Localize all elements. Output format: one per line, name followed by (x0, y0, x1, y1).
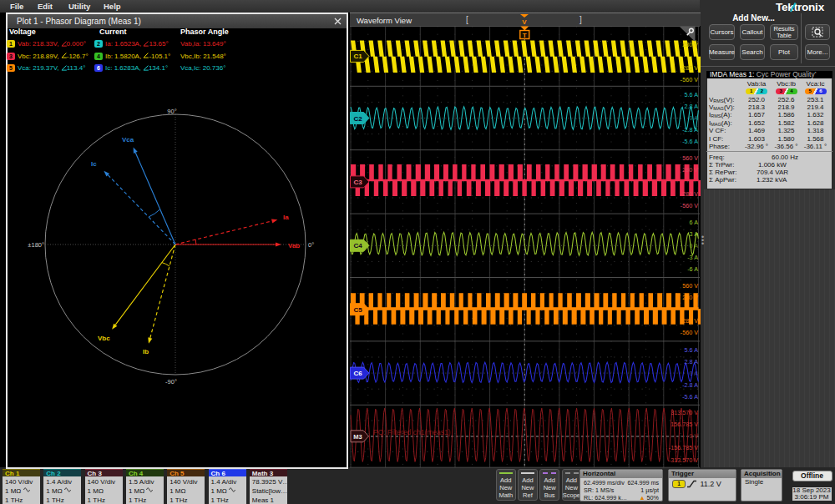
svg-text:0 V: 0 V (689, 432, 698, 440)
svg-text:560 V: 560 V (682, 282, 698, 290)
svg-text:C3: C3 (353, 179, 362, 186)
svg-text:0 A: 0 A (690, 370, 699, 377)
svg-text:PQ: Filtered ch1(meas1): PQ: Filtered ch1(meas1) (373, 428, 451, 436)
svg-text:-280 V: -280 V (681, 190, 698, 198)
svg-text:6 A: 6 A (690, 219, 699, 226)
svg-text:-5.6 A: -5.6 A (682, 138, 698, 145)
svg-text:V: V (522, 18, 527, 26)
svg-text:-280 V: -280 V (681, 317, 698, 325)
svg-text:C1: C1 (353, 53, 362, 60)
svg-text:2.8 A: 2.8 A (685, 358, 699, 365)
svg-text:C4: C4 (353, 242, 362, 249)
svg-text:M3: M3 (353, 433, 362, 441)
svg-text:-5.6 A: -5.6 A (682, 393, 698, 401)
svg-text:560 V: 560 V (682, 154, 698, 162)
svg-text:90°: 90° (167, 108, 176, 115)
svg-text:313.570 V: 313.570 V (671, 409, 698, 416)
svg-text:C6: C6 (353, 370, 362, 377)
svg-text:-156.785 V: -156.785 V (669, 444, 698, 451)
svg-text:-90°: -90° (165, 378, 177, 386)
svg-text:C2: C2 (353, 115, 362, 123)
svg-text:-2.8 A: -2.8 A (682, 126, 698, 134)
svg-text:0 A: 0 A (690, 242, 699, 249)
svg-text:Ic: Ic (91, 160, 97, 168)
svg-text:-2.8 A: -2.8 A (682, 381, 698, 389)
svg-text:T: T (523, 32, 527, 39)
svg-text:-560 V: -560 V (681, 76, 698, 83)
svg-text:-560 V: -560 V (681, 202, 698, 209)
svg-text:156.785 V: 156.785 V (671, 421, 698, 428)
svg-text:5.6 A: 5.6 A (685, 346, 699, 354)
svg-text:-3 A: -3 A (687, 254, 698, 261)
svg-text:3 A: 3 A (690, 230, 699, 238)
svg-text:Vbc: Vbc (98, 335, 110, 342)
svg-text:-280 V: -280 V (681, 64, 698, 72)
svg-text:5.6 A: 5.6 A (685, 91, 699, 98)
svg-text:280 V: 280 V (682, 294, 698, 301)
svg-text:Vab: Vab (288, 242, 300, 249)
svg-text:280 V: 280 V (682, 166, 698, 174)
svg-text:C5: C5 (353, 306, 362, 314)
svg-text:±180°: ±180° (28, 241, 44, 249)
svg-text:0°: 0° (308, 241, 314, 249)
svg-text:Vca: Vca (122, 136, 134, 144)
svg-text:-6 A: -6 A (687, 265, 698, 273)
svg-text:0 A: 0 A (690, 114, 699, 122)
svg-text:-313.570 V: -313.570 V (669, 456, 698, 464)
svg-text:Ia: Ia (283, 214, 289, 221)
svg-text:280 V: 280 V (682, 41, 698, 48)
svg-text:Ib: Ib (143, 348, 149, 355)
svg-text:-560 V: -560 V (681, 329, 698, 336)
svg-text:2.8 A: 2.8 A (685, 103, 699, 110)
